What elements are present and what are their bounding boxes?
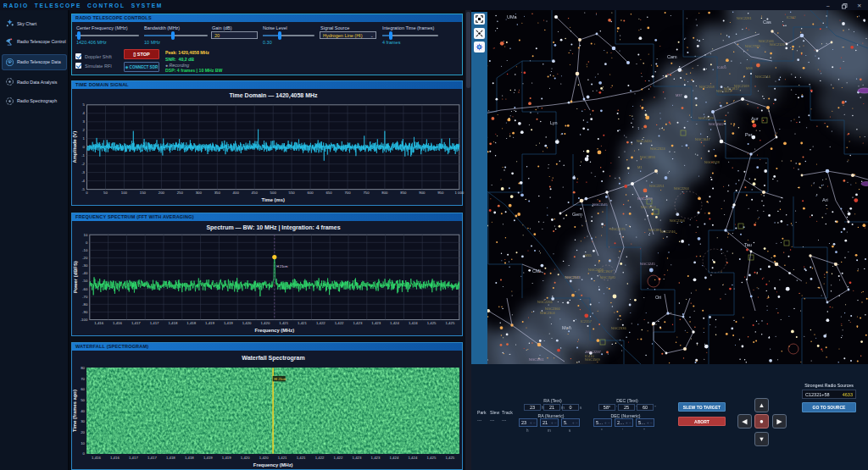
svg-text:NGC1545: NGC1545 [593,202,609,207]
svg-text:NGC2251: NGC2251 [649,184,665,188]
svg-text:0: 0 [86,241,88,245]
svg-text:1,418: 1,418 [169,321,178,325]
svg-text:-40: -40 [82,271,88,275]
svg-text:1 000: 1 000 [454,191,464,195]
svg-text:NGC1893: NGC1893 [640,155,656,159]
svg-text:NGC1569: NGC1569 [585,357,601,362]
svg-text:Tau: Tau [744,242,752,247]
svg-text:NGC1528: NGC1528 [704,160,721,164]
svg-text:1,421: 1,421 [297,456,306,460]
svg-text:1,417: 1,417 [147,456,157,460]
svg-text:1,421: 1,421 [298,321,307,325]
svg-text:0: 0 [86,191,88,195]
svg-text:NGC2266: NGC2266 [537,300,554,304]
svg-text:Time (ms): Time (ms) [262,197,285,202]
svg-text:5: 5 [83,102,86,107]
svg-text:1,424: 1,424 [409,321,418,325]
svg-text:Amplitude (V): Amplitude (V) [73,131,78,163]
svg-text:-4: -4 [81,179,85,183]
svg-text:M1: M1 [637,165,643,169]
svg-text:2: 2 [83,128,86,132]
svg-text:300: 300 [196,191,203,195]
svg-text:1,419: 1,419 [205,321,214,325]
svg-text:1,417: 1,417 [131,321,141,325]
svg-text:Time (frames ago): Time (frames ago) [73,390,78,432]
svg-text:1,422: 1,422 [335,321,344,325]
svg-text:NGC2237: NGC2237 [586,350,602,354]
svg-text:NGC2336: NGC2336 [611,326,627,330]
svg-text:CMi: CMi [532,268,541,274]
svg-text:1,425: 1,425 [427,456,437,460]
svg-text:-20: -20 [82,256,88,260]
svg-text:950: 950 [437,191,444,195]
svg-text:3: 3 [83,119,86,124]
svg-text:1,424: 1,424 [409,456,418,460]
svg-text:550: 550 [289,191,296,195]
svg-text:NGC1647: NGC1647 [695,137,711,141]
svg-text:450: 450 [252,191,259,195]
svg-text:NGC2146: NGC2146 [759,39,775,43]
svg-text:NGC2099: NGC2099 [637,196,654,201]
svg-text:50: 50 [81,398,85,402]
svg-text:1,416: 1,416 [113,321,122,325]
svg-text:1,424: 1,424 [390,456,399,460]
svg-text:60: 60 [81,387,85,391]
svg-text:4: 4 [83,111,86,115]
svg-text:0: 0 [83,145,86,149]
svg-text:650: 650 [326,191,332,195]
svg-text:900: 900 [419,191,426,195]
svg-text:250: 250 [177,191,184,195]
svg-text:Gem: Gem [572,212,582,217]
svg-text:NGC1245: NGC1245 [640,262,656,266]
svg-text:40: 40 [81,409,85,413]
svg-text:1,420: 1,420 [259,456,269,460]
svg-text:1,423: 1,423 [371,321,381,325]
svg-text:1,419: 1,419 [224,321,233,325]
svg-text:-2: -2 [81,162,85,166]
svg-text:NGC2194: NGC2194 [670,218,686,223]
svg-text:NGC1342: NGC1342 [709,122,725,126]
svg-text:Mon: Mon [562,325,571,330]
svg-text:Per: Per [745,132,753,137]
svg-text:1,417: 1,417 [129,456,138,460]
svg-text:700: 700 [344,191,351,195]
svg-text:Lyn: Lyn [550,120,558,125]
svg-text:0: 0 [83,451,86,456]
svg-text:1,416: 1,416 [94,321,103,325]
svg-text:NGC2129: NGC2129 [698,116,715,120]
svg-text:70: 70 [81,377,85,381]
svg-text:NGC2281: NGC2281 [737,16,753,20]
svg-text:100: 100 [121,191,128,195]
svg-text:1,425: 1,425 [446,321,455,325]
svg-text:1,419: 1,419 [203,456,213,460]
svg-text:-70: -70 [82,295,88,299]
svg-text:NGC1817: NGC1817 [724,86,740,91]
svg-text:800: 800 [381,191,388,195]
svg-text:Frequency (MHz): Frequency (MHz) [253,462,293,467]
svg-text:1,425: 1,425 [445,456,454,460]
svg-text:200: 200 [159,191,165,195]
svg-text:600: 600 [308,191,314,195]
svg-text:400: 400 [233,191,240,195]
svg-text:Aur: Aur [751,116,759,121]
svg-text:-60: -60 [82,287,88,291]
svg-text:-100: -100 [81,318,88,322]
svg-text:M37: M37 [676,93,683,97]
svg-text:Cas: Cas [763,19,771,25]
svg-text:-10: -10 [82,248,88,252]
svg-text:1,421: 1,421 [278,456,287,460]
svg-text:1,420: 1,420 [241,456,250,460]
svg-text:-5: -5 [81,187,85,191]
svg-text:-90: -90 [82,310,88,314]
svg-text:350: 350 [214,191,221,195]
svg-text:1,417: 1,417 [150,321,159,325]
svg-text:-1: -1 [81,153,85,158]
svg-text:500: 500 [270,191,277,195]
svg-text:1,424: 1,424 [390,321,399,325]
svg-text:20: 20 [81,430,85,434]
svg-text:NGC1961: NGC1961 [529,357,545,362]
svg-text:1,420: 1,420 [242,321,252,325]
svg-text:NGC2158: NGC2158 [699,85,715,89]
svg-text:NGC2324: NGC2324 [650,147,666,151]
svg-text:HI 21cm: HI 21cm [274,378,286,381]
